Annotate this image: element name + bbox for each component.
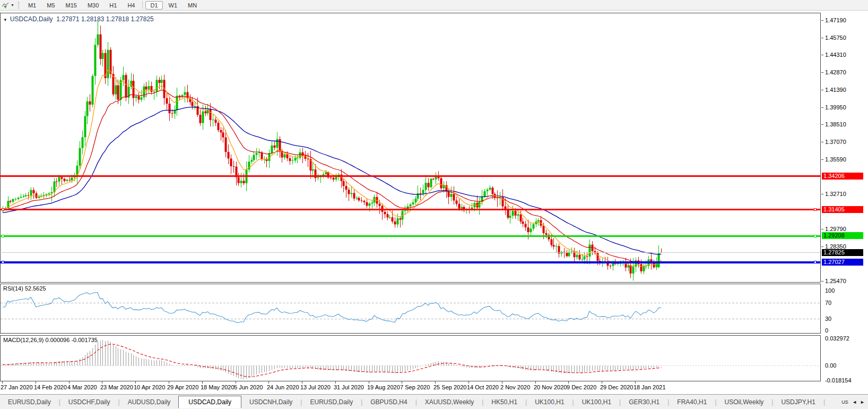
chart-tab-usdcad-3[interactable]: USDCAD,Daily: [178, 396, 241, 408]
date-label: 13 Jul 2020: [300, 384, 331, 390]
axis-tick-mark: [821, 246, 823, 247]
axis-tick-mark: [821, 281, 823, 282]
chevron-down-icon[interactable]: ▼: [11, 3, 14, 7]
axis-tick-mark: [821, 142, 823, 142]
collapse-triangle-icon[interactable]: ▼: [3, 18, 7, 22]
rsi-label: RSI(14) 52.5625: [3, 285, 46, 292]
hline-1.29208[interactable]: [0, 235, 820, 237]
chart-tab-ger30-11[interactable]: GER30,H1: [621, 396, 667, 408]
axis-tick-mark: [821, 194, 823, 194]
price-axis-tick-label: 1.39950: [825, 104, 846, 110]
macd-indicator-panel[interactable]: [0, 335, 821, 381]
price-axis-tick-label: 1.45750: [825, 35, 846, 41]
hline-handle[interactable]: [2, 208, 4, 211]
rsi-canvas[interactable]: [1, 284, 820, 333]
timeframe-button-m30[interactable]: M30: [83, 1, 103, 10]
chart-tab-usdcnh-4[interactable]: USDCNH,Daily: [241, 396, 300, 408]
timeframe-button-m15[interactable]: M15: [61, 1, 82, 10]
toolbar-separator: [142, 1, 143, 9]
price-chart-panel[interactable]: [0, 13, 821, 283]
date-label: 14 Oct 2020: [467, 384, 499, 390]
hline-handle[interactable]: [2, 235, 4, 237]
hline-handle[interactable]: [814, 235, 817, 237]
axis-tick-mark: [821, 55, 823, 55]
date-tick-mark: [468, 381, 469, 384]
hline-1.34206[interactable]: [0, 175, 820, 177]
tab-scroll-left-icon[interactable]: ◄: [852, 399, 857, 405]
date-tick-mark: [635, 381, 636, 384]
date-label: 10 Apr 2020: [134, 384, 165, 390]
date-label: 14 Feb 2020: [34, 384, 67, 390]
macd-axis-label: 0.032972: [825, 335, 849, 342]
date-tick-mark: [502, 381, 502, 384]
date-label: 9 Dec 2020: [567, 384, 596, 390]
date-tick-mark: [568, 381, 569, 384]
chart-cursor-icon[interactable]: [2, 2, 10, 9]
axis-tick-mark: [821, 38, 823, 38]
trading-terminal-window: ▼ M1M5M15M30H1H4D1W1MN ▼USDCAD,Daily 1.2…: [0, 0, 868, 409]
date-tick-mark: [2, 381, 3, 384]
chart-tab-usdchf-1[interactable]: USDCHF,Daily: [60, 396, 118, 408]
timeframe-button-w1[interactable]: W1: [164, 1, 183, 10]
date-tick-mark: [535, 381, 536, 384]
hline-handle[interactable]: [814, 261, 817, 263]
macd-axis-label: -0.018154: [825, 377, 852, 384]
price-axis-tick-label: 1.42870: [825, 69, 846, 75]
chart-tab-usdjpy-14[interactable]: USDJPY,H1: [773, 396, 823, 408]
axis-tick-mark: [821, 124, 823, 125]
date-tick-mark: [602, 381, 602, 384]
date-label: 19 Aug 2020: [367, 384, 400, 390]
chart-tab-xauusd-7[interactable]: XAUUSD,Weekly: [417, 396, 482, 408]
chart-tab-eurusd-5[interactable]: EURUSD,Daily: [302, 396, 361, 408]
chart-tab-gbpusd-6[interactable]: GBPUSD,H4: [362, 396, 415, 408]
hline-1.27027[interactable]: [0, 261, 820, 263]
date-tick-mark: [102, 381, 102, 384]
chart-tab-hk50-8[interactable]: HK50,H1: [483, 396, 525, 408]
hline-handle[interactable]: [2, 261, 4, 263]
rsi-axis-label: 30: [825, 316, 831, 322]
date-tick-mark: [236, 381, 236, 384]
chart-tab-uk100-10[interactable]: UK100,H1: [574, 396, 619, 408]
price-badge-1.34206: 1.34206: [822, 173, 863, 180]
date-label: 20 Nov 2020: [534, 384, 567, 390]
chart-tab-eurusd-0[interactable]: EURUSD,Daily: [0, 396, 59, 408]
hline-1.27825: [0, 252, 820, 253]
axis-tick-mark: [821, 20, 823, 21]
date-tick-mark: [369, 381, 369, 384]
date-tick-mark: [302, 381, 302, 384]
price-axis-tick-label: 1.37070: [825, 139, 846, 145]
toolbar-grip[interactable]: [18, 2, 21, 8]
price-axis: 1.471901.457501.443101.428701.413901.399…: [821, 13, 868, 381]
timeframe-button-h4[interactable]: H4: [123, 1, 140, 10]
price-badge-1.31405: 1.31405: [822, 206, 863, 213]
rsi-indicator-panel[interactable]: [0, 284, 821, 334]
date-label: 7 Sep 2020: [400, 384, 430, 390]
candlestick-chart-canvas[interactable]: [1, 13, 820, 282]
date-label: 5 Jun 2020: [234, 384, 263, 390]
timeframe-button-m1[interactable]: M1: [23, 1, 41, 10]
date-label: 23 Mar 2020: [100, 384, 133, 390]
hline-1.31405[interactable]: [0, 209, 820, 210]
timeframe-button-mn[interactable]: MN: [183, 1, 202, 10]
price-axis-tick-label: 1.38510: [825, 121, 846, 127]
chart-tab-usoil-13[interactable]: USOil,Weekly: [717, 396, 772, 408]
price-badge-1.27825: 1.27825: [822, 249, 863, 256]
date-tick-mark: [268, 381, 269, 384]
timeframe-button-h1[interactable]: H1: [105, 1, 121, 10]
timeframe-button-m5[interactable]: M5: [42, 1, 59, 10]
tab-partial[interactable]: US: [836, 397, 849, 407]
macd-canvas[interactable]: [1, 336, 820, 381]
chart-tab-uk100-9[interactable]: UK100,H1: [527, 396, 572, 408]
timeframe-button-d1[interactable]: D1: [145, 1, 162, 10]
timeframe-buttons: M1M5M15M30H1H4D1W1MN: [23, 1, 202, 10]
tab-scroll-right-icon[interactable]: ►: [860, 399, 865, 405]
rsi-axis-label: 100: [825, 287, 835, 294]
chart-tab-audusd-2[interactable]: AUDUSD,Daily: [120, 396, 179, 408]
date-label: 4 Mar 2020: [67, 384, 97, 390]
chart-tab-fra40-12[interactable]: FRA40,H1: [669, 396, 715, 408]
hline-handle[interactable]: [814, 208, 817, 211]
date-axis: 27 Jan 202014 Feb 20204 Mar 202023 Mar 2…: [0, 381, 821, 393]
date-tick-mark: [169, 381, 169, 384]
date-tick-mark: [36, 381, 36, 384]
date-label: 25 Sep 2020: [433, 384, 466, 390]
